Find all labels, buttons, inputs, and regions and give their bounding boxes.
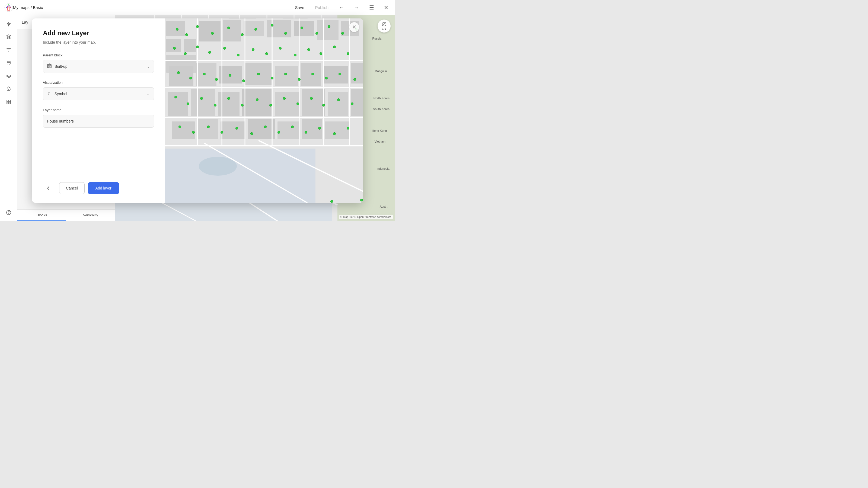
modal-map-dot xyxy=(203,73,206,75)
modal-map-dot xyxy=(294,54,297,56)
svg-rect-79 xyxy=(317,20,339,40)
svg-rect-97 xyxy=(172,122,195,139)
sidebar-item-filters[interactable] xyxy=(3,44,14,55)
close-button[interactable]: ✕ xyxy=(382,3,391,12)
modal-map-dot xyxy=(311,73,314,75)
visualization-dropdown[interactable]: T Symbol ⌄ xyxy=(43,87,154,100)
svg-rect-71 xyxy=(166,39,181,52)
cancel-button[interactable]: Cancel xyxy=(59,182,85,194)
parent-block-value: Built-up xyxy=(55,64,144,69)
sidebar-item-transit[interactable] xyxy=(3,58,14,68)
modal-map-dot xyxy=(189,77,192,79)
svg-rect-90 xyxy=(191,89,215,116)
modal-map-dot xyxy=(271,24,273,27)
modal-map-dot xyxy=(284,73,287,75)
modal-close-button[interactable]: ✕ xyxy=(349,22,359,32)
modal-back-button[interactable] xyxy=(43,183,54,194)
modal-map-dot xyxy=(351,102,353,105)
map-copyright: © MapTiler © OpenStreetMap contributors xyxy=(339,215,393,219)
modal-map-dot xyxy=(347,52,349,55)
modal-actions: Cancel Add layer xyxy=(43,182,154,194)
country-label-mongolia: Mongolia xyxy=(375,69,387,73)
country-label-australia: Aust... xyxy=(380,205,388,208)
svg-rect-95 xyxy=(328,92,348,116)
modal-map-dot xyxy=(315,32,318,35)
svg-rect-72 xyxy=(184,39,196,52)
modal-map-dot xyxy=(229,74,231,77)
parent-block-group: Parent block Built-up ⌄ xyxy=(43,53,154,73)
zoom-control[interactable]: 1.0 xyxy=(378,20,391,33)
svg-rect-87 xyxy=(323,66,348,84)
sidebar-item-nature[interactable] xyxy=(3,84,14,94)
modal-map-dot xyxy=(176,28,179,31)
tab-blocks[interactable]: Blocks xyxy=(18,209,66,221)
svg-rect-101 xyxy=(278,122,299,139)
country-label-russia: Russia xyxy=(372,37,381,40)
modal-map-dot xyxy=(223,47,226,50)
modal-map-dot xyxy=(196,45,199,48)
modal-map-dot xyxy=(341,32,344,35)
svg-rect-86 xyxy=(301,63,321,86)
svg-rect-63 xyxy=(48,65,49,66)
modal-map-dot xyxy=(187,102,189,105)
modal-map-dot xyxy=(179,126,181,128)
svg-rect-92 xyxy=(242,89,272,116)
modal-map-dot xyxy=(220,131,223,134)
svg-rect-98 xyxy=(197,119,218,139)
sidebar-item-flash[interactable] xyxy=(3,19,14,29)
modal-map-dot xyxy=(256,98,258,101)
svg-rect-78 xyxy=(294,21,314,36)
save-button[interactable]: Save xyxy=(292,3,307,11)
forward-nav-button[interactable]: → xyxy=(352,3,362,12)
sidebar-item-waves[interactable] xyxy=(3,70,14,82)
parent-block-dropdown[interactable]: Built-up ⌄ xyxy=(43,60,154,73)
modal-map-dot xyxy=(328,25,330,28)
svg-point-105 xyxy=(199,157,237,176)
svg-rect-85 xyxy=(275,66,298,86)
top-bar: My maps / Basic Save Publish ← → ☰ ✕ xyxy=(0,0,395,15)
modal-map-dot xyxy=(318,127,321,130)
modal-map-dot xyxy=(241,104,244,106)
svg-rect-74 xyxy=(199,21,220,41)
back-nav-button[interactable]: ← xyxy=(337,3,346,12)
svg-rect-3 xyxy=(7,100,8,102)
symbol-icon: T xyxy=(47,91,52,97)
modal-map-dot xyxy=(339,73,341,75)
tab-verticality[interactable]: Verticality xyxy=(66,209,115,221)
sidebar-item-layers[interactable] xyxy=(3,31,14,42)
modal-map-dot xyxy=(347,127,349,130)
svg-rect-64 xyxy=(50,65,51,66)
modal-map-dot xyxy=(279,47,282,50)
visualization-group: Visualization T Symbol ⌄ xyxy=(43,80,154,100)
modal-map-dot xyxy=(207,126,210,128)
modal-map-dot xyxy=(353,78,356,81)
modal-map-dot xyxy=(271,77,273,79)
chevron-down-icon-vis: ⌄ xyxy=(147,92,150,96)
svg-rect-76 xyxy=(244,21,264,36)
layer-name-input[interactable] xyxy=(43,115,154,128)
left-sidebar: ? xyxy=(0,15,18,221)
modal-map-dot xyxy=(177,71,180,74)
add-layer-modal: Add new Layer Include the layer into you… xyxy=(32,19,363,203)
modal-map-dot xyxy=(333,45,336,48)
layer-name-group: Layer name xyxy=(43,108,154,128)
modal-map-dot xyxy=(227,27,230,29)
help-icon[interactable]: ? xyxy=(3,207,14,218)
breadcrumb: My maps / Basic xyxy=(13,5,292,10)
modal-map-dot xyxy=(301,27,303,29)
modal-map-dot xyxy=(265,52,268,55)
modal-map-dot xyxy=(310,97,313,100)
menu-button[interactable]: ☰ xyxy=(367,3,376,12)
modal-map-dot xyxy=(192,131,195,134)
add-layer-button[interactable]: Add layer xyxy=(88,182,119,194)
modal-map-dot xyxy=(184,52,187,55)
sidebar-item-grid[interactable] xyxy=(3,97,14,107)
modal-map-dot xyxy=(298,78,301,81)
modal-map-dot xyxy=(257,73,260,75)
country-label-vietnam: Vietnam xyxy=(375,140,385,143)
svg-rect-99 xyxy=(220,122,245,139)
modal-map-dot xyxy=(250,132,253,135)
modal-map-dot xyxy=(283,97,286,100)
publish-button[interactable]: Publish xyxy=(312,3,331,11)
svg-rect-100 xyxy=(248,119,275,139)
